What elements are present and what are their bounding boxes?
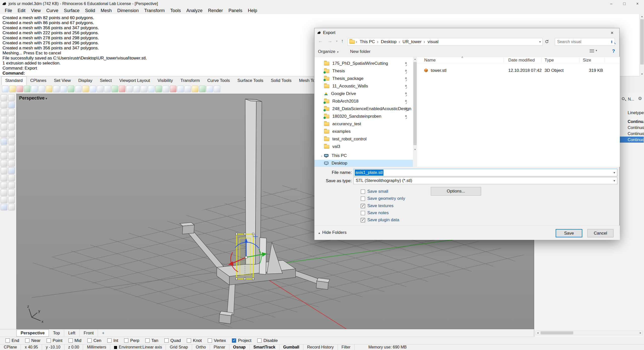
tree-scrollbar[interactable]: ▴ ▾ (413, 57, 417, 167)
search-box[interactable] (555, 38, 615, 46)
surface-icon[interactable] (8, 116, 15, 123)
export-dialog-titlebar[interactable]: Export (314, 28, 620, 37)
scroll-up-icon[interactable]: ▴ (413, 57, 417, 61)
cut-icon[interactable] (31, 86, 38, 92)
gear-icon[interactable]: ⚙ (638, 96, 642, 101)
join-icon[interactable] (148, 86, 155, 92)
tab-standard[interactable]: Standard (2, 76, 26, 85)
toggle-record-history[interactable]: Record History (303, 344, 338, 350)
current-layer[interactable]: Environment:Linear axis (110, 344, 166, 350)
cancel-button[interactable]: Cancel (587, 229, 614, 237)
osnap-vertex[interactable]: Vertex (208, 338, 226, 343)
view-mode-icon[interactable] (590, 49, 594, 53)
trim-icon[interactable] (133, 86, 140, 92)
rotate-tool-icon[interactable] (8, 175, 15, 181)
tab-select[interactable]: Select (96, 76, 116, 85)
search-input[interactable] (555, 40, 611, 44)
select-pointer-icon[interactable] (1, 94, 7, 101)
toggle-osnap[interactable]: Osnap (229, 344, 250, 350)
properties-icon[interactable] (185, 86, 191, 92)
new-folder-button[interactable]: New folder (350, 49, 371, 54)
redo-icon[interactable] (60, 86, 67, 92)
layers-panel-hscrollbar[interactable]: ◂ ▸ (535, 331, 643, 335)
menu-file[interactable]: File (2, 8, 15, 14)
menu-help[interactable]: Help (245, 8, 260, 14)
save-as-type-select[interactable]: STL (Stereolithography) (*.stl) (353, 177, 617, 184)
osnap-end[interactable]: End (6, 338, 19, 343)
light-tool-icon[interactable] (1, 204, 7, 210)
zoom-extents-icon[interactable] (82, 86, 89, 92)
column-date-modified[interactable]: Date modified (508, 58, 535, 63)
tree-item[interactable]: RobArch2018 (314, 98, 413, 105)
file-name-input[interactable]: axis1_plate.stl (353, 169, 617, 176)
toggle-smarttrack[interactable]: SmartTrack (250, 344, 279, 350)
breadcrumb-ur-tower[interactable]: UR_tower (398, 39, 422, 44)
osnap-cen[interactable]: Cen (87, 338, 101, 343)
viewport-tab-left[interactable]: Left (64, 330, 80, 336)
array-icon[interactable] (1, 189, 7, 196)
print-icon[interactable] (24, 86, 30, 92)
osnap-near[interactable]: Near (25, 338, 41, 343)
add-viewport-tab-button[interactable]: + (98, 330, 109, 336)
move-icon[interactable] (97, 86, 103, 92)
options-button[interactable]: Options... (431, 187, 481, 196)
save-button[interactable]: Save (556, 229, 582, 237)
option-save-small[interactable]: Save small (361, 188, 388, 195)
checkbox[interactable] (361, 218, 365, 222)
breadcrumb-this-pc[interactable]: This PC (355, 39, 376, 44)
menu-tools[interactable]: Tools (167, 8, 184, 14)
view-tool-icon[interactable] (8, 204, 15, 210)
viewport-tab-top[interactable]: Top (49, 330, 64, 336)
viewport-tab-front[interactable]: Front (80, 330, 98, 336)
scroll-left-icon[interactable]: ◂ (535, 331, 540, 335)
close-button[interactable]: × (631, 0, 644, 7)
paste-icon[interactable] (46, 86, 52, 92)
scale-icon[interactable] (119, 86, 125, 92)
trim-tool-icon[interactable] (1, 160, 7, 167)
extrude-icon[interactable] (8, 123, 15, 130)
refresh-icon[interactable] (545, 39, 549, 45)
option-save-notes[interactable]: Save notes (361, 210, 389, 216)
split-tool-icon[interactable] (8, 160, 15, 167)
tree-item-desktop[interactable]: Desktop (314, 160, 413, 167)
menu-curve[interactable]: Curve (44, 8, 61, 14)
menu-render[interactable]: Render (205, 8, 226, 14)
back-icon[interactable]: ← (318, 38, 323, 44)
revolve-icon[interactable] (8, 131, 15, 137)
scale-tool-icon[interactable] (1, 182, 7, 188)
tab-viewport-layout[interactable]: Viewport Layout (116, 76, 154, 85)
copy-icon[interactable] (39, 86, 45, 92)
move-tool-icon[interactable] (1, 175, 7, 181)
analyze-icon[interactable] (1, 197, 7, 203)
file-row-tower-stl[interactable]: tower.stl 12.10.2018 07:42 3D Object 319… (417, 67, 620, 75)
help-icon[interactable] (611, 48, 617, 54)
tab-curve-tools[interactable]: Curve Tools (204, 76, 234, 85)
tree-item[interactable]: 175_PhD_SpatialWireCutting (314, 60, 413, 67)
option-save-plugin-data[interactable]: Save plugin data (361, 217, 399, 223)
scroll-thumb[interactable] (640, 19, 644, 65)
menu-mesh[interactable]: Mesh (98, 8, 115, 14)
copy-object-icon[interactable] (104, 86, 111, 92)
organize-button[interactable]: Organize (318, 49, 339, 54)
osnap-perp[interactable]: Perp (124, 338, 139, 343)
checkbox[interactable] (124, 338, 128, 343)
group-icon[interactable] (8, 167, 15, 174)
new-file-icon[interactable] (2, 86, 9, 92)
rectangle-icon[interactable] (8, 109, 15, 115)
scroll-up-icon[interactable]: ▴ (640, 14, 644, 19)
osnap-point[interactable]: Point (47, 338, 62, 343)
layer-icon[interactable] (177, 86, 184, 92)
column-size[interactable]: Size (583, 58, 591, 63)
column-type[interactable]: Type (545, 58, 554, 63)
dimension-icon[interactable] (8, 189, 15, 196)
toggle-planar[interactable]: Planar (210, 344, 229, 350)
scroll-thumb[interactable] (413, 62, 417, 145)
polyline-icon[interactable] (8, 94, 15, 101)
osnap-project[interactable]: Project (232, 338, 251, 343)
breadcrumb-desktop[interactable]: Desktop (376, 39, 398, 44)
open-file-icon[interactable] (9, 86, 16, 92)
layer-filter-label[interactable]: N... (628, 97, 634, 102)
shaded-view-icon[interactable] (206, 86, 213, 92)
zoom-icon[interactable] (75, 86, 82, 92)
rotate-icon[interactable] (112, 86, 118, 92)
